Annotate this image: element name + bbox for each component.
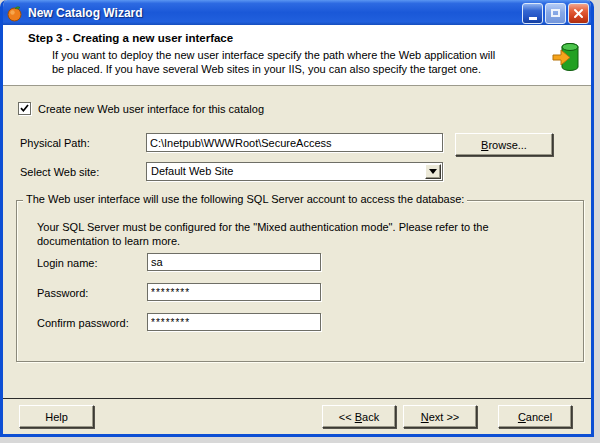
password-label: Password: bbox=[37, 287, 88, 299]
sql-account-group-caption: The Web user interface will use the foll… bbox=[23, 193, 467, 205]
create-web-ui-checkbox[interactable] bbox=[18, 102, 31, 115]
wizard-header: Step 3 - Creating a new user interface I… bbox=[3, 25, 591, 86]
minimize-icon bbox=[529, 17, 537, 20]
help-button[interactable]: Help bbox=[19, 405, 94, 428]
minimize-button[interactable] bbox=[522, 3, 543, 24]
step-description-line1: If you want to deploy the new user inter… bbox=[52, 49, 495, 61]
database-arrow-icon bbox=[552, 38, 580, 76]
chevron-down-icon bbox=[429, 169, 437, 174]
help-button-label: Help bbox=[45, 411, 68, 423]
back-button[interactable]: << Back bbox=[322, 405, 396, 428]
next-button-label: ext >> bbox=[429, 411, 460, 423]
wizard-window: New Catalog Wizard Step 3 - Creating a n… bbox=[0, 0, 594, 437]
close-button[interactable] bbox=[568, 3, 589, 24]
browse-button-label: rowse... bbox=[488, 139, 527, 151]
window-title: New Catalog Wizard bbox=[28, 6, 522, 20]
back-button-prefix: << bbox=[339, 411, 355, 423]
close-icon bbox=[573, 8, 584, 19]
cancel-button-mnemonic: C bbox=[518, 411, 526, 423]
password-input[interactable] bbox=[147, 283, 321, 301]
confirm-password-input[interactable] bbox=[147, 313, 321, 331]
login-name-label: Login name: bbox=[37, 257, 98, 269]
footer-separator bbox=[3, 398, 591, 399]
cancel-button-label: ancel bbox=[526, 411, 552, 423]
next-button-mnemonic: N bbox=[421, 411, 429, 423]
login-name-input[interactable] bbox=[147, 253, 321, 271]
physical-path-input[interactable] bbox=[146, 133, 443, 152]
browse-button[interactable]: Browse... bbox=[455, 133, 553, 156]
confirm-password-label: Confirm password: bbox=[37, 317, 129, 329]
sql-account-group: The Web user interface will use the foll… bbox=[16, 200, 584, 362]
next-button[interactable]: Next >> bbox=[403, 405, 477, 428]
checkmark-icon bbox=[20, 104, 29, 113]
web-site-dropdown-button[interactable] bbox=[425, 164, 441, 179]
create-web-ui-label[interactable]: Create new Web user interface for this c… bbox=[38, 103, 264, 115]
web-site-label: Select Web site: bbox=[20, 166, 99, 178]
title-bar[interactable]: New Catalog Wizard bbox=[0, 0, 594, 28]
maximize-button[interactable] bbox=[545, 3, 566, 24]
step-description-line2: be placed. If you have several Web sites… bbox=[52, 63, 481, 75]
sql-note-line2: documentation to learn more. bbox=[37, 235, 180, 247]
web-site-select[interactable]: Default Web Site bbox=[146, 162, 443, 181]
step-title: Step 3 - Creating a new user interface bbox=[28, 32, 233, 44]
back-button-label: ack bbox=[362, 411, 379, 423]
window-controls bbox=[522, 3, 589, 24]
sql-note-line1: Your SQL Server must be configured for t… bbox=[37, 221, 489, 233]
web-site-selected-value: Default Web Site bbox=[151, 165, 233, 177]
back-button-mnemonic: B bbox=[355, 411, 362, 423]
cancel-button[interactable]: Cancel bbox=[498, 405, 572, 428]
physical-path-label: Physical Path: bbox=[20, 137, 90, 149]
orange-fruit-icon bbox=[6, 5, 23, 22]
maximize-icon bbox=[551, 9, 560, 17]
